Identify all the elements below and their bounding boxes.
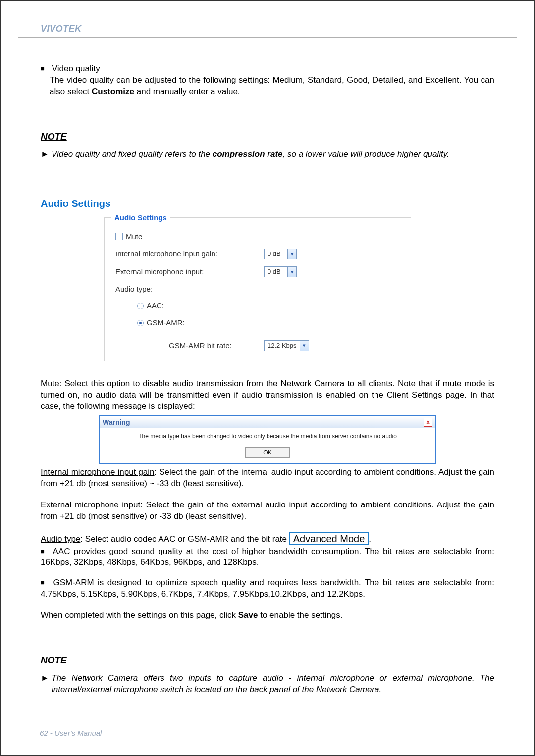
audio-settings-heading: Audio Settings [41,197,494,210]
mute-paragraph: Mute: Select this option to disable audi… [41,378,494,412]
mute-lead: Mute [41,379,59,388]
gsm-row: GSM-AMR: [115,318,400,328]
aac-description: AAC provides good sound quality at the c… [41,547,494,567]
note-body: ► The Network Camera offers two inputs t… [41,673,494,696]
text: to enable the settings. [258,610,342,620]
arrow-icon: ► [41,149,52,160]
audio-type-row: Audio type: [115,284,400,294]
warning-dialog: Warning × The media type has been change… [99,415,436,464]
aac-radio[interactable] [137,303,144,309]
audio-type-label: Audio type: [115,284,153,294]
video-quality-title: Video quality [52,64,100,73]
page-number: 62 [40,729,48,737]
external-input-select[interactable]: 0 dB ▾ [264,266,297,277]
dialog-titlebar: Warning × [100,416,435,429]
internal-gain-row: Internal microphone input gain: 0 dB ▾ [115,249,400,259]
note-heading: NOTE [41,654,494,667]
text: , so a lower value will produce higher q… [283,150,449,159]
select-value: 0 dB [265,250,287,258]
tail: . [369,534,371,544]
lead: Audio type [41,534,80,544]
text-bold: compression rate [213,150,283,159]
chevron-down-icon[interactable]: ▾ [287,267,296,277]
text-bold: Customize [92,87,134,96]
ok-button[interactable]: OK [245,447,290,458]
chevron-down-icon[interactable]: ▾ [300,341,309,351]
bitrate-row: GSM-AMR bit rate: 12.2 Kbps ▾ [115,340,400,351]
text: Video quality and fixed quality refers t… [52,150,213,159]
page-header: VIVOTEK [18,23,517,38]
lead: Internal microphone input gain [41,467,155,477]
external-input-paragraph: External microphone input: Select the ga… [41,500,494,522]
aac-label: AAC: [147,301,164,311]
note-text: The Network Camera offers two inputs to … [52,673,494,696]
audio-settings-panel: Audio Settings Mute Internal microphone … [104,217,411,361]
body: : Select audio codec AAC or GSM-AMR and … [80,534,289,544]
panel-title: Audio Settings [111,213,170,223]
note-body: ► Video quality and fixed quality refers… [41,149,494,160]
external-input-row: External microphone input: 0 dB ▾ [115,266,400,277]
video-quality-body: The video quality can be adjusted to the… [41,75,494,98]
external-input-label: External microphone input: [115,267,264,277]
mute-checkbox[interactable] [115,233,123,240]
internal-gain-paragraph: Internal microphone input gain: Select t… [41,467,494,490]
advanced-mode-badge: Advanced Mode [289,532,369,545]
select-value: 12.2 Kbps [265,341,300,350]
page-footer: 62 - User's Manual [40,728,102,738]
chevron-down-icon[interactable]: ▾ [287,249,296,259]
save-paragraph: When completed with the settings on this… [41,610,494,621]
video-quality-list: Video quality The video quality can be a… [41,63,494,98]
internal-gain-label: Internal microphone input gain: [115,249,264,259]
select-value: 0 dB [265,267,287,276]
internal-gain-select[interactable]: 0 dB ▾ [264,249,297,259]
bitrate-label: GSM-AMR bit rate: [169,341,264,351]
dialog-title: Warning [103,418,424,427]
note-heading: NOTE [41,130,494,143]
arrow-icon: ► [41,673,52,696]
gsm-description: GSM-ARM is designed to optimize speech q… [41,578,494,599]
gsm-radio[interactable] [137,320,144,326]
footer-label: User's Manual [54,729,102,737]
mute-row: Mute [115,232,400,242]
text: When completed with the settings on this… [41,610,238,620]
close-icon[interactable]: × [424,418,432,427]
audio-type-paragraph: Audio type: Select audio codec AAC or GS… [41,532,494,545]
dialog-actions: OK [100,445,435,463]
dialog-message: The media type has been changed to video… [100,428,435,444]
brand-label: VIVOTEK [18,23,517,35]
page-content: Video quality The video quality can be a… [1,38,534,715]
text-bold: Save [238,610,258,620]
mute-body: : Select this option to disable audio tr… [41,379,494,411]
codec-list: AAC provides good sound quality at the c… [41,546,494,601]
mute-label: Mute [126,232,142,242]
bitrate-select[interactable]: 12.2 Kbps ▾ [264,340,309,351]
text: and manually enter a value. [134,87,240,96]
lead: External microphone input [41,500,140,509]
aac-row: AAC: [115,301,400,311]
manual-page: VIVOTEK Video quality The video quality … [0,0,535,756]
gsm-label: GSM-AMR: [147,318,185,328]
note-text: Video quality and fixed quality refers t… [52,149,449,160]
